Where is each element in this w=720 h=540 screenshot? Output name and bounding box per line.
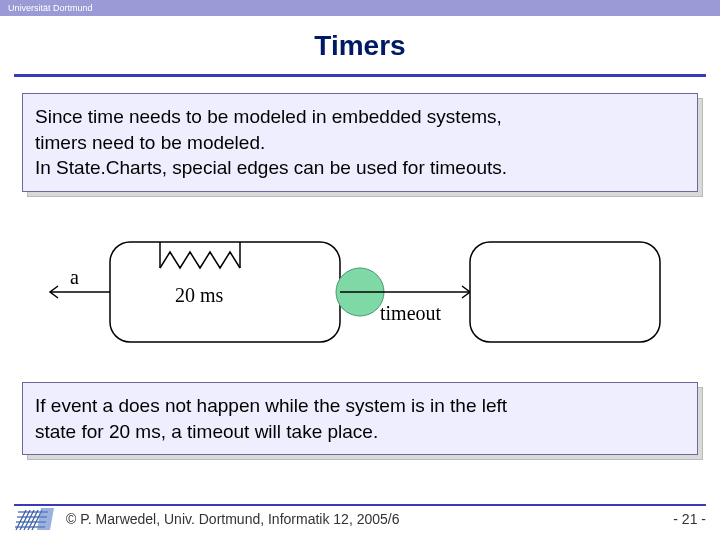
- box-inner: If event a does not happen while the sys…: [22, 382, 698, 455]
- box2-line2: state for 20 ms, a timeout will take pla…: [35, 419, 685, 445]
- box2-line1: If event a does not happen while the sys…: [35, 393, 685, 419]
- label-a: a: [70, 266, 79, 288]
- content-box-1: Since time needs to be modeled in embedd…: [22, 93, 698, 192]
- box1-line3: In State.Charts, special edges can be us…: [35, 155, 685, 181]
- footer: © P. Marwedel, Univ. Dortmund, Informati…: [0, 506, 720, 532]
- label-20ms: 20 ms: [175, 284, 224, 306]
- header-bar: Universität Dortmund: [0, 0, 720, 16]
- svg-rect-6: [470, 242, 660, 342]
- logo-icon: [14, 506, 56, 532]
- header-institution: Universität Dortmund: [8, 3, 93, 13]
- svg-marker-7: [37, 508, 54, 530]
- title-underline: [14, 74, 706, 77]
- box-inner: Since time needs to be modeled in embedd…: [22, 93, 698, 192]
- timer-diagram: a 20 ms timeout: [40, 222, 680, 362]
- box1-line1: Since time needs to be modeled in embedd…: [35, 104, 685, 130]
- svg-rect-1: [110, 242, 340, 342]
- page-number: - 21 -: [673, 511, 706, 527]
- page-title: Timers: [0, 30, 720, 62]
- box1-line2: timers need to be modeled.: [35, 130, 685, 156]
- content-box-2: If event a does not happen while the sys…: [22, 382, 698, 455]
- footer-copyright: © P. Marwedel, Univ. Dortmund, Informati…: [66, 511, 400, 527]
- label-timeout: timeout: [380, 302, 442, 324]
